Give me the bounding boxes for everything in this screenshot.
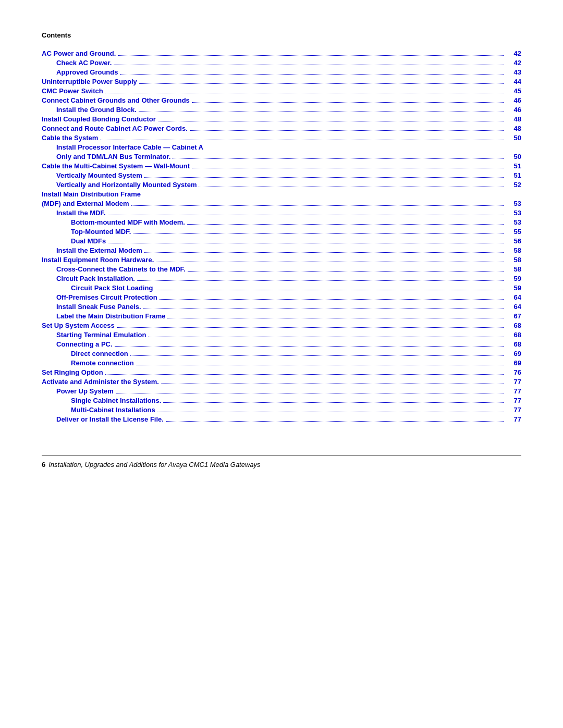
toc-page-number: 64 [506,293,521,301]
toc-row[interactable]: Bottom-mounted MDF with Modem.53 [42,217,521,227]
toc-row[interactable]: CMC Power Switch45 [42,86,521,95]
toc-page-number: 68 [506,340,521,348]
toc-row[interactable]: Only and TDM/LAN Bus Terminator.50 [42,152,521,161]
toc-entry-title: Starting Terminal Emulation [42,331,146,339]
toc-entry-title: Connect Cabinet Grounds and Other Ground… [42,96,190,104]
toc-dots [163,402,504,403]
toc-page-number: 53 [506,209,521,217]
toc-page-number: 67 [506,312,521,320]
toc-row[interactable]: Check AC Power.42 [42,58,521,67]
toc-entry-title: Deliver or Install the License File. [42,415,164,423]
toc-page-number: 77 [506,397,521,404]
toc-entry-title: Bottom-mounted MDF with Modem. [42,218,185,226]
toc-dots [192,168,504,168]
toc-entry-title: Approved Grounds [42,68,118,76]
toc-row[interactable]: Install the MDF.53 [42,208,521,217]
toc-page-number: 55 [506,228,521,236]
toc-page-number: 53 [506,200,521,207]
toc-row[interactable]: Off-Premises Circuit Protection64 [42,292,521,302]
toc-page-number: 46 [506,96,521,104]
toc-dots [136,365,504,365]
toc-row[interactable]: Vertically Mounted System51 [42,170,521,180]
toc-dots [156,262,504,262]
toc-dots [158,121,504,121]
toc-dots [108,215,504,215]
toc-row[interactable]: Install Sneak Fuse Panels.64 [42,302,521,311]
toc-row[interactable]: Connect and Route Cabinet AC Power Cords… [42,124,521,133]
toc-row[interactable]: Set Ringing Option76 [42,367,521,377]
toc-entry-title: Single Cabinet Installations. [42,397,161,404]
toc-row[interactable]: Connecting a PC.68 [42,339,521,349]
toc-dots [166,421,504,422]
toc-row[interactable]: Label the Main Distribution Frame67 [42,311,521,320]
toc-entry-title: Multi-Cabinet Installations [42,406,155,414]
toc-dots [105,93,504,93]
toc-page-number: 50 [506,153,521,161]
toc-entry-title: Set Ringing Option [42,368,103,376]
toc-row[interactable]: Cable the System50 [42,133,521,142]
toc-row[interactable]: Install Equipment Room Hardware.58 [42,255,521,264]
toc-entry-title: Connect and Route Cabinet AC Power Cords… [42,125,188,132]
toc-page-number: 52 [506,181,521,189]
toc-dots [133,233,504,234]
toc-row[interactable]: Vertically and Horizontally Mounted Syst… [42,180,521,189]
toc-page-number: 42 [506,50,521,57]
toc-row[interactable]: Install Processor Interface Cable — Cabi… [42,142,521,152]
toc-dots [155,290,504,290]
toc-dots [190,130,504,131]
toc-row[interactable]: Connect Cabinet Grounds and Other Ground… [42,95,521,105]
toc-dots [173,158,504,159]
toc-row[interactable]: Dual MDFs56 [42,236,521,245]
toc-entry-title: Install Equipment Room Hardware. [42,256,154,264]
toc-page-number: 48 [506,115,521,123]
toc-row[interactable]: Power Up System77 [42,386,521,396]
toc-entry-title: Top-Mounted MDF. [42,228,131,236]
toc-row[interactable]: Top-Mounted MDF.55 [42,227,521,236]
toc-dots [137,280,504,281]
toc-dots [167,318,504,318]
toc-row[interactable]: Starting Terminal Emulation68 [42,330,521,339]
toc-row[interactable]: Install the Ground Block.46 [42,105,521,114]
toc-dots [105,374,504,375]
toc-entry-title: Circuit Pack Slot Loading [42,284,153,292]
toc-row[interactable]: Multi-Cabinet Installations77 [42,405,521,414]
toc-row[interactable]: Cable the Multi-Cabinet System — Wall-Mo… [42,161,521,170]
toc-row[interactable]: Cross-Connect the Cabinets to the MDF.58 [42,264,521,274]
toc-container: AC Power and Ground.42Check AC Power.42A… [42,48,521,424]
toc-page-number: 64 [506,303,521,311]
toc-dots [114,65,504,65]
toc-entry-title: Install Main Distribution Frame [42,190,141,198]
toc-page-number: 51 [506,171,521,179]
toc-page-number: 69 [506,350,521,357]
toc-dots [131,205,504,206]
toc-row[interactable]: Deliver or Install the License File.77 [42,414,521,424]
toc-dots [115,346,504,347]
toc-row[interactable]: AC Power and Ground.42 [42,48,521,58]
toc-row[interactable]: Direct connection69 [42,349,521,358]
toc-page-number: 50 [506,134,521,142]
toc-row[interactable]: Install Coupled Bonding Conductor48 [42,114,521,124]
toc-dots [148,337,504,337]
toc-entry-title: Install Processor Interface Cable — Cabi… [42,143,203,151]
toc-row[interactable]: Set Up System Access68 [42,320,521,330]
toc-row[interactable]: Activate and Administer the System.77 [42,377,521,386]
toc-row[interactable]: Circuit Pack Slot Loading59 [42,283,521,292]
toc-page-number: 68 [506,322,521,329]
toc-page-number: 77 [506,378,521,386]
toc-entry-title: Direct connection [42,350,128,357]
toc-entry-title: Cable the System [42,134,98,142]
toc-entry-title: Install the External Modem [42,246,142,254]
toc-entry-title: Cable the Multi-Cabinet System — Wall-Mo… [42,162,190,170]
toc-row[interactable]: (MDF) and External Modem53 [42,199,521,208]
toc-dots [116,393,504,393]
toc-entry-title: Vertically and Horizontally Mounted Syst… [42,181,197,189]
toc-row[interactable]: Remote connection69 [42,358,521,367]
footer-page-number: 6 [42,461,45,468]
toc-row[interactable]: Single Cabinet Installations.77 [42,396,521,405]
toc-row[interactable]: Install the External Modem58 [42,245,521,255]
toc-row[interactable]: Uninterruptible Power Supply44 [42,77,521,86]
toc-row[interactable]: Circuit Pack Installation.59 [42,274,521,283]
toc-entry-title: Power Up System [42,387,114,395]
toc-row[interactable]: Approved Grounds43 [42,67,521,77]
toc-row[interactable]: Install Main Distribution Frame [42,189,521,199]
